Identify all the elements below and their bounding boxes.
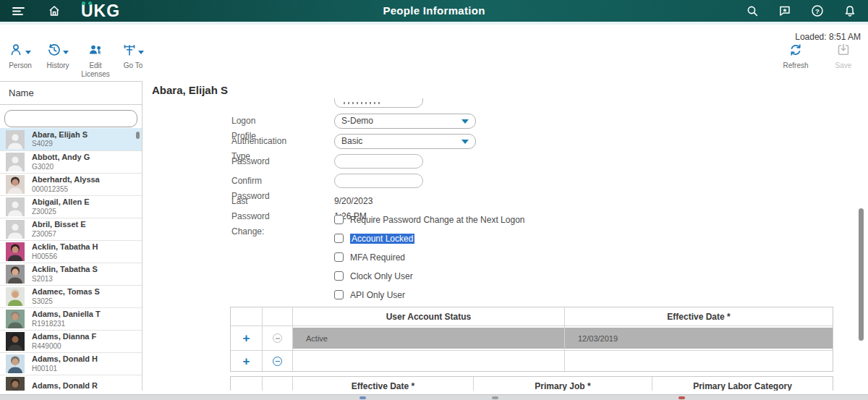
person-button[interactable]: Person	[1, 43, 39, 78]
person-text: Acklin, Tabatha S S2013	[32, 265, 98, 283]
confirm-password-field[interactable]	[334, 174, 423, 188]
avatar	[6, 310, 25, 328]
checkbox[interactable]	[334, 252, 344, 262]
person-list-item[interactable]: Acklin, Tabatha S S2013	[0, 263, 142, 285]
person-id: H00556	[32, 252, 98, 261]
page-title: People Information	[383, 0, 485, 22]
date-cell[interactable]: 12/03/2019	[565, 326, 833, 350]
person-list-item[interactable]: Adams, Donald H H00101	[0, 352, 142, 375]
authentication-type-select[interactable]: Basic	[334, 134, 476, 149]
brand-text: UKG	[81, 1, 120, 20]
remove-row-button[interactable]	[273, 357, 282, 366]
remove-column-header	[263, 307, 293, 325]
person-id: R1918231	[32, 320, 101, 328]
taskbar-icon	[359, 396, 366, 399]
search-input[interactable]	[4, 110, 137, 127]
app-window: UKG People Information ?	[0, 0, 868, 400]
person-text: Acklin, Tabatha H H00556	[32, 242, 98, 260]
checkbox[interactable]	[334, 290, 344, 299]
refresh-button[interactable]: Refresh	[777, 43, 814, 70]
person-name: Adams, Daniella T	[32, 310, 101, 319]
feedback-icon[interactable]	[774, 0, 796, 22]
taskbar-strip	[0, 394, 868, 400]
remove-row-button[interactable]	[273, 333, 282, 343]
go-to-button[interactable]: Go To	[114, 43, 152, 78]
help-icon[interactable]: ?	[807, 0, 828, 22]
person-list-item[interactable]: Aberhardt, Alyssa 000012355	[0, 173, 142, 195]
avatar	[6, 354, 25, 373]
sidebar-scrollbar-thumb[interactable]	[136, 132, 140, 139]
person-list-item[interactable]: Abbott, Andy G G3020	[0, 150, 142, 173]
password-field[interactable]	[334, 154, 423, 169]
refresh-icon	[788, 43, 803, 60]
person-list-item[interactable]: Abril, Bisset E Z30057	[0, 218, 142, 240]
person-name: Adams, Donald R	[32, 381, 98, 391]
effective-date-header: Effective Date *	[565, 307, 833, 325]
status-table-body: Active 12/03/2019	[231, 325, 833, 371]
checkbox[interactable]	[334, 215, 344, 224]
date-cell[interactable]	[565, 351, 833, 371]
save-icon	[836, 43, 851, 60]
avatar	[6, 265, 25, 284]
add-row-button[interactable]	[243, 355, 250, 367]
status-table-row	[231, 350, 833, 371]
avatar	[6, 242, 25, 261]
clipped-text	[344, 102, 381, 104]
main-content: Abara, Elijah S Logon Profile S-Demo Aut…	[142, 81, 868, 391]
checkbox-row[interactable]: MFA Required	[334, 252, 524, 262]
person-name: Adams, Dianna F	[32, 332, 96, 341]
chevron-down-icon	[25, 51, 31, 54]
history-button[interactable]: History	[39, 43, 77, 78]
person-name: Adams, Donald H	[32, 354, 98, 364]
person-list-item[interactable]: Adamec, Tomas S S3025	[0, 285, 142, 307]
person-list-item[interactable]: Abigail, Allen E Z30025	[0, 195, 142, 218]
checkbox-row[interactable]: Require Password Change at the Next Logo…	[334, 215, 524, 224]
checkbox-row[interactable]: Clock Only User	[334, 271, 524, 281]
primary-labor-category-header: Primary Labor Category	[652, 377, 833, 391]
checkbox-row[interactable]: Account Locked	[334, 234, 524, 243]
status-cell[interactable]	[293, 351, 565, 371]
remove-column-header	[263, 377, 293, 391]
person-list-item[interactable]: Adams, Donald R	[0, 375, 142, 391]
add-column-header	[231, 377, 263, 391]
taskbar-icon	[678, 396, 685, 399]
main-scrollbar-thumb[interactable]	[859, 208, 864, 341]
person-text: Abbott, Andy G G3020	[32, 153, 90, 171]
checkbox[interactable]	[334, 271, 344, 281]
svg-text:?: ?	[815, 7, 820, 15]
avatar	[6, 220, 25, 239]
account-options-checkboxes: Require Password Change at the Next Logo…	[334, 215, 524, 309]
clipped-input[interactable]	[334, 98, 423, 108]
top-navigation-bar: UKG People Information ?	[0, 0, 868, 22]
save-button[interactable]: Save	[825, 43, 862, 70]
refresh-button-label: Refresh	[777, 61, 814, 70]
person-list-item[interactable]: Acklin, Tabatha H H00556	[0, 240, 142, 263]
add-row-button[interactable]	[243, 332, 250, 344]
person-name: Acklin, Tabatha H	[32, 242, 98, 252]
home-icon[interactable]	[43, 0, 65, 22]
edit-licenses-button[interactable]: Edit Licenses	[77, 43, 114, 78]
checkbox-label: Require Password Change at the Next Logo…	[350, 215, 524, 225]
checkbox-label: Clock Only User	[350, 271, 413, 281]
person-id: 000012355	[32, 185, 100, 194]
checkbox[interactable]	[334, 234, 344, 243]
person-list-item[interactable]: Adams, Dianna F R449000	[0, 330, 142, 352]
chevron-down-icon	[63, 51, 69, 54]
person-id: S3025	[32, 297, 100, 306]
search-icon[interactable]	[741, 0, 763, 22]
menu-icon[interactable]	[7, 0, 29, 22]
avatar	[6, 197, 25, 216]
person-list-item[interactable]: Abara, Elijah S S4029	[0, 128, 142, 150]
notifications-icon[interactable]	[839, 0, 861, 22]
topbar-accent-strip	[0, 22, 868, 25]
primary-job-header: Primary Job *	[474, 377, 652, 391]
status-cell[interactable]: Active	[293, 326, 565, 350]
person-id: H00101	[32, 365, 98, 373]
person-list-item[interactable]: Adams, Daniella T R1918231	[0, 307, 142, 330]
go-to-button-label: Go To	[114, 61, 152, 70]
person-text: Adams, Donald H H00101	[32, 354, 98, 373]
avatar	[6, 377, 25, 391]
logon-profile-select[interactable]: S-Demo	[334, 114, 476, 129]
avatar	[6, 130, 25, 149]
checkbox-row[interactable]: API Only User	[334, 290, 524, 299]
